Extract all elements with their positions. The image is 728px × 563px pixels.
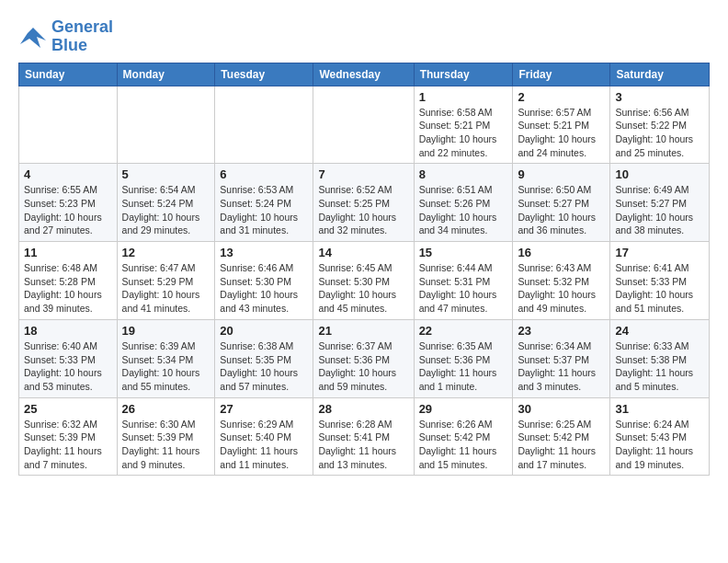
day-detail: Sunrise: 6:44 AM Sunset: 5:31 PM Dayligh…: [419, 261, 508, 316]
calendar-table: SundayMondayTuesdayWednesdayThursdayFrid…: [18, 63, 710, 477]
day-detail: Sunrise: 6:51 AM Sunset: 5:26 PM Dayligh…: [419, 183, 508, 237]
calendar-cell: 7Sunrise: 6:52 AM Sunset: 5:25 PM Daylig…: [313, 164, 414, 242]
calendar-cell: 31Sunrise: 6:24 AM Sunset: 5:43 PM Dayli…: [610, 397, 710, 476]
calendar-cell: 4Sunrise: 6:55 AM Sunset: 5:23 PM Daylig…: [19, 164, 118, 242]
day-number: 18: [24, 324, 112, 338]
day-number: 26: [122, 402, 210, 416]
day-detail: Sunrise: 6:39 AM Sunset: 5:34 PM Dayligh…: [122, 339, 210, 394]
logo: General Blue: [18, 18, 113, 55]
day-detail: Sunrise: 6:28 AM Sunset: 5:41 PM Dayligh…: [318, 418, 408, 472]
header-area: General Blue: [18, 15, 710, 55]
calendar-cell: 24Sunrise: 6:33 AM Sunset: 5:38 PM Dayli…: [610, 319, 710, 397]
day-number: 28: [318, 402, 408, 416]
week-row-3: 11Sunrise: 6:48 AM Sunset: 5:28 PM Dayli…: [19, 242, 710, 320]
day-number: 6: [220, 167, 308, 181]
day-detail: Sunrise: 6:53 AM Sunset: 5:24 PM Dayligh…: [220, 183, 308, 237]
day-number: 27: [220, 402, 308, 416]
day-detail: Sunrise: 6:58 AM Sunset: 5:21 PM Dayligh…: [419, 106, 508, 160]
day-number: 10: [615, 167, 704, 181]
day-detail: Sunrise: 6:37 AM Sunset: 5:36 PM Dayligh…: [318, 339, 408, 394]
calendar-cell: 29Sunrise: 6:26 AM Sunset: 5:42 PM Dayli…: [414, 397, 513, 476]
day-number: 11: [24, 246, 112, 259]
header-cell-monday: Monday: [117, 63, 215, 86]
calendar-cell: 14Sunrise: 6:45 AM Sunset: 5:30 PM Dayli…: [313, 242, 414, 320]
day-detail: Sunrise: 6:57 AM Sunset: 5:21 PM Dayligh…: [518, 106, 605, 160]
day-detail: Sunrise: 6:50 AM Sunset: 5:27 PM Dayligh…: [518, 183, 605, 237]
week-row-1: 1Sunrise: 6:58 AM Sunset: 5:21 PM Daylig…: [19, 86, 710, 164]
week-row-5: 25Sunrise: 6:32 AM Sunset: 5:39 PM Dayli…: [19, 397, 710, 476]
calendar-cell: 11Sunrise: 6:48 AM Sunset: 5:28 PM Dayli…: [19, 242, 118, 320]
day-number: 21: [318, 324, 408, 338]
day-number: 24: [615, 324, 704, 338]
calendar-cell: 15Sunrise: 6:44 AM Sunset: 5:31 PM Dayli…: [414, 242, 513, 320]
calendar-cell: 18Sunrise: 6:40 AM Sunset: 5:33 PM Dayli…: [19, 319, 118, 397]
calendar-cell: 2Sunrise: 6:57 AM Sunset: 5:21 PM Daylig…: [513, 86, 610, 164]
calendar-cell: 19Sunrise: 6:39 AM Sunset: 5:34 PM Dayli…: [117, 319, 215, 397]
calendar-cell: 9Sunrise: 6:50 AM Sunset: 5:27 PM Daylig…: [513, 164, 610, 242]
calendar-cell: 22Sunrise: 6:35 AM Sunset: 5:36 PM Dayli…: [414, 319, 513, 397]
calendar-cell: 30Sunrise: 6:25 AM Sunset: 5:42 PM Dayli…: [513, 397, 610, 476]
calendar-cell: 5Sunrise: 6:54 AM Sunset: 5:24 PM Daylig…: [117, 164, 215, 242]
calendar-cell: 6Sunrise: 6:53 AM Sunset: 5:24 PM Daylig…: [215, 164, 313, 242]
day-detail: Sunrise: 6:41 AM Sunset: 5:33 PM Dayligh…: [615, 261, 704, 316]
calendar-cell: 20Sunrise: 6:38 AM Sunset: 5:35 PM Dayli…: [215, 319, 313, 397]
calendar-cell: 25Sunrise: 6:32 AM Sunset: 5:39 PM Dayli…: [19, 397, 118, 476]
day-detail: Sunrise: 6:26 AM Sunset: 5:42 PM Dayligh…: [419, 418, 508, 472]
day-detail: Sunrise: 6:47 AM Sunset: 5:29 PM Dayligh…: [122, 261, 210, 316]
day-detail: Sunrise: 6:24 AM Sunset: 5:43 PM Dayligh…: [615, 418, 704, 472]
calendar-cell: [19, 86, 118, 164]
day-number: 2: [518, 90, 605, 104]
week-row-2: 4Sunrise: 6:55 AM Sunset: 5:23 PM Daylig…: [19, 164, 710, 242]
logo-text-line1: General: [51, 18, 113, 37]
day-detail: Sunrise: 6:34 AM Sunset: 5:37 PM Dayligh…: [518, 339, 605, 394]
day-number: 15: [419, 246, 508, 259]
day-number: 3: [615, 90, 704, 104]
svg-marker-0: [20, 28, 46, 48]
day-detail: Sunrise: 6:49 AM Sunset: 5:27 PM Dayligh…: [615, 183, 704, 237]
day-number: 30: [518, 402, 605, 416]
day-number: 4: [24, 167, 112, 181]
day-number: 8: [419, 167, 508, 181]
day-number: 7: [318, 167, 408, 181]
calendar-cell: 12Sunrise: 6:47 AM Sunset: 5:29 PM Dayli…: [117, 242, 215, 320]
day-detail: Sunrise: 6:32 AM Sunset: 5:39 PM Dayligh…: [24, 418, 112, 472]
day-detail: Sunrise: 6:48 AM Sunset: 5:28 PM Dayligh…: [24, 261, 112, 316]
day-detail: Sunrise: 6:46 AM Sunset: 5:30 PM Dayligh…: [220, 261, 308, 316]
calendar-cell: [215, 86, 313, 164]
header-row: SundayMondayTuesdayWednesdayThursdayFrid…: [19, 63, 710, 86]
calendar-cell: 13Sunrise: 6:46 AM Sunset: 5:30 PM Dayli…: [215, 242, 313, 320]
calendar-cell: 8Sunrise: 6:51 AM Sunset: 5:26 PM Daylig…: [414, 164, 513, 242]
calendar-cell: 28Sunrise: 6:28 AM Sunset: 5:41 PM Dayli…: [313, 397, 414, 476]
calendar-cell: 26Sunrise: 6:30 AM Sunset: 5:39 PM Dayli…: [117, 397, 215, 476]
day-number: 23: [518, 324, 605, 338]
day-detail: Sunrise: 6:29 AM Sunset: 5:40 PM Dayligh…: [220, 418, 308, 472]
day-detail: Sunrise: 6:40 AM Sunset: 5:33 PM Dayligh…: [24, 339, 112, 394]
week-row-4: 18Sunrise: 6:40 AM Sunset: 5:33 PM Dayli…: [19, 319, 710, 397]
day-number: 25: [24, 402, 112, 416]
header-cell-tuesday: Tuesday: [215, 63, 313, 86]
day-number: 29: [419, 402, 508, 416]
calendar-cell: 27Sunrise: 6:29 AM Sunset: 5:40 PM Dayli…: [215, 397, 313, 476]
day-number: 20: [220, 324, 308, 338]
day-number: 1: [419, 90, 508, 104]
day-number: 16: [518, 246, 605, 259]
header-cell-thursday: Thursday: [414, 63, 513, 86]
day-number: 17: [615, 246, 704, 259]
day-number: 9: [518, 167, 605, 181]
day-detail: Sunrise: 6:30 AM Sunset: 5:39 PM Dayligh…: [122, 418, 210, 472]
calendar-cell: 21Sunrise: 6:37 AM Sunset: 5:36 PM Dayli…: [313, 319, 414, 397]
calendar-cell: 17Sunrise: 6:41 AM Sunset: 5:33 PM Dayli…: [610, 242, 710, 320]
header-cell-wednesday: Wednesday: [313, 63, 414, 86]
calendar-cell: [313, 86, 414, 164]
calendar-cell: 3Sunrise: 6:56 AM Sunset: 5:22 PM Daylig…: [610, 86, 710, 164]
day-detail: Sunrise: 6:45 AM Sunset: 5:30 PM Dayligh…: [318, 261, 408, 316]
header-cell-sunday: Sunday: [19, 63, 118, 86]
calendar-cell: 16Sunrise: 6:43 AM Sunset: 5:32 PM Dayli…: [513, 242, 610, 320]
header-cell-friday: Friday: [513, 63, 610, 86]
day-detail: Sunrise: 6:33 AM Sunset: 5:38 PM Dayligh…: [615, 339, 704, 394]
logo-icon: [18, 24, 48, 50]
calendar-cell: 23Sunrise: 6:34 AM Sunset: 5:37 PM Dayli…: [513, 319, 610, 397]
day-number: 13: [220, 246, 308, 259]
calendar-cell: [117, 86, 215, 164]
day-detail: Sunrise: 6:54 AM Sunset: 5:24 PM Dayligh…: [122, 183, 210, 237]
